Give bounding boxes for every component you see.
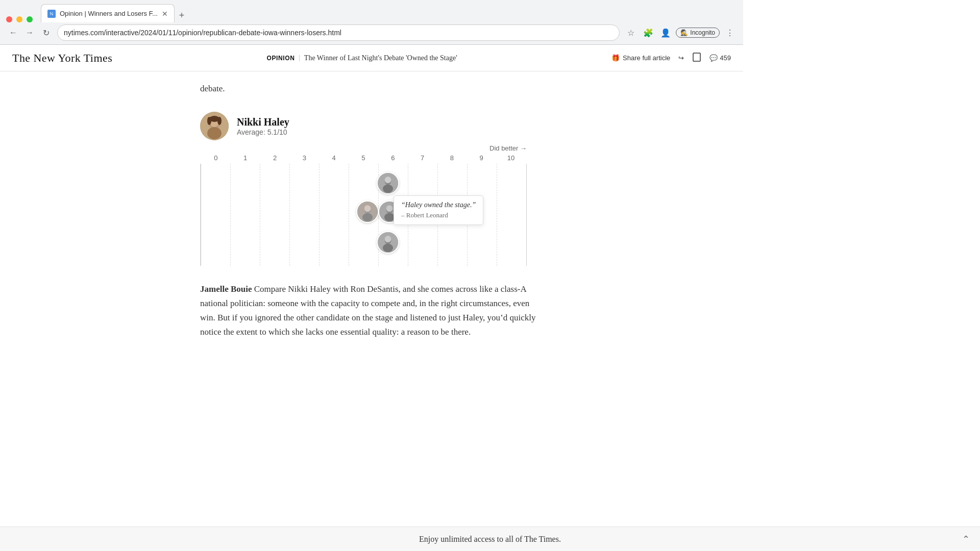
comments-count: 459 [720,54,731,62]
reviewer-2-avatar [357,201,378,223]
bookmark-icon [692,52,701,64]
scale-labels: 0 1 2 3 4 5 6 7 8 9 10 [200,154,527,162]
save-button[interactable] [692,52,701,64]
chart-area: “Haley owned the stage.” – Robert Leonar… [200,164,527,266]
person-header: Nikki Haley Average: 5.1/10 [200,112,543,140]
header-actions: 🎁 Share full article ↪ 💬 459 [611,52,731,64]
incognito-badge[interactable]: 🕵 Incognito [676,28,720,38]
window-maximize-button[interactable] [27,16,33,22]
nyt-header: The New York Times OPINION | The Winner … [0,45,743,71]
forward-share-button[interactable]: ↪ [678,54,684,62]
tooltip-quote: “Haley owned the stage.” [401,201,476,209]
window-close-button[interactable] [6,16,12,22]
scale-4: 4 [319,154,349,162]
tab-favicon: N [47,10,56,18]
extensions-button[interactable]: 🧩 [641,26,655,40]
svg-point-7 [217,117,222,125]
svg-point-6 [207,117,211,125]
browser-chrome: N Opinion | Winners and Losers F... ✕ + … [0,0,743,45]
window-controls[interactable] [6,16,33,22]
tab-bar: N Opinion | Winners and Losers F... ✕ + [0,0,743,22]
grid-col-0 [201,164,230,266]
scale-6: 6 [378,154,408,162]
active-tab[interactable]: N Opinion | Winners and Losers F... ✕ [41,4,175,22]
main-content: debate. [188,71,555,349]
svg-point-15 [364,205,371,212]
did-better-label: Did better → [489,144,527,152]
chart-container: Did better → 0 1 2 3 4 5 6 7 8 9 10 [200,144,527,266]
profile-button[interactable]: 👤 [658,26,673,40]
article-text: Jamelle Bouie Compare Nikki Haley with R… [200,282,543,339]
article-paragraph: Jamelle Bouie Compare Nikki Haley with R… [200,282,543,339]
person-avatar [200,112,229,140]
scale-8: 8 [437,154,467,162]
scale-1: 1 [231,154,260,162]
person-info: Nikki Haley Average: 5.1/10 [237,116,289,136]
address-bar-row: ← → ↻ nytimes.com/interactive/2024/01/11… [0,22,743,43]
svg-point-14 [362,213,373,221]
person-average: Average: 5.1/10 [237,128,289,136]
chart-section: Nikki Haley Average: 5.1/10 Did better →… [200,112,543,266]
person-name: Nikki Haley [237,116,289,128]
address-bar[interactable]: nytimes.com/interactive/2024/01/11/opini… [57,24,620,41]
reviewer-dot-1 [377,172,399,194]
scale-7: 7 [408,154,437,162]
svg-point-19 [386,205,393,212]
grid-col-10 [497,164,527,266]
grid-col-4 [319,164,349,266]
grid-col-3 [289,164,319,266]
tab-title: Opinion | Winners and Losers F... [60,10,158,17]
svg-point-11 [385,177,391,183]
reviewer-4-avatar [378,231,398,254]
nikki-haley-avatar-image [200,112,229,140]
incognito-icon: 🕵 [680,29,688,36]
scale-0: 0 [201,154,231,162]
share-label: Share full article [623,54,670,62]
header-center: OPINION | The Winner of Last Night's Deb… [267,54,457,62]
svg-point-18 [384,213,395,221]
scale-3: 3 [289,154,319,162]
url-text: nytimes.com/interactive/2024/01/11/opini… [64,29,341,37]
window-minimize-button[interactable] [16,16,22,22]
scale-2: 2 [260,154,290,162]
reviewer-dot-2 [356,201,379,223]
header-divider: | [299,54,300,62]
bookmark-button[interactable]: ☆ [624,26,638,40]
svg-point-3 [207,127,222,139]
svg-point-27 [383,244,393,252]
reload-button[interactable]: ↻ [39,26,53,40]
browser-nav-controls[interactable]: ← → ↻ [6,26,53,40]
comments-button[interactable]: 💬 459 [709,54,731,62]
svg-point-10 [383,185,393,193]
grid-col-2 [260,164,289,266]
nyt-logo[interactable]: The New York Times [12,52,112,65]
browser-actions: ☆ 🧩 👤 🕵 Incognito ⋮ [624,26,737,40]
reviewer-dot-4 [377,231,399,254]
svg-rect-0 [693,53,700,61]
menu-button[interactable]: ⋮ [723,26,737,40]
incognito-label: Incognito [690,29,715,36]
svg-point-28 [385,236,391,242]
share-button[interactable]: 🎁 Share full article [611,54,670,62]
back-button[interactable]: ← [6,26,20,40]
tooltip: “Haley owned the stage.” – Robert Leonar… [394,195,483,225]
reviewer-1-avatar [378,172,398,194]
tooltip-attribution: – Robert Leonard [401,211,476,219]
intro-text: debate. [200,82,543,95]
comments-icon: 💬 [709,54,718,62]
new-tab-button[interactable]: + [175,8,189,22]
author-name: Jamelle Bouie [200,284,252,294]
grid-col-1 [230,164,260,266]
scale-10: 10 [496,154,526,162]
gift-icon: 🎁 [611,54,620,62]
article-header-title[interactable]: The Winner of Last Night's Debate 'Owned… [304,54,457,62]
forward-button[interactable]: → [22,26,37,40]
scale-9: 9 [467,154,496,162]
chart-header: Did better → [200,144,527,152]
tab-close-button[interactable]: ✕ [162,10,168,18]
opinion-label[interactable]: OPINION [267,55,295,62]
share-arrow-icon: ↪ [678,54,684,62]
scale-5: 5 [349,154,378,162]
